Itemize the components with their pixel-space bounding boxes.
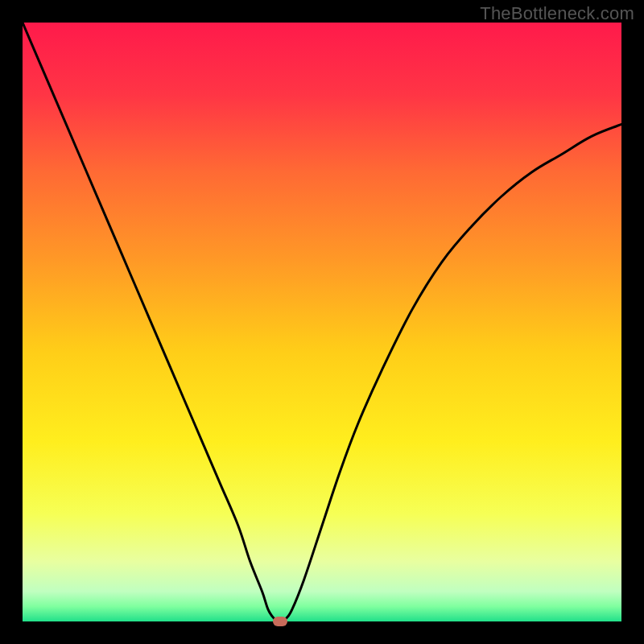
optimum-marker <box>273 617 287 626</box>
bottleneck-curve <box>23 23 621 621</box>
plot-area <box>23 23 621 621</box>
watermark-text: TheBottleneck.com <box>480 3 634 24</box>
chart-frame <box>23 23 621 621</box>
